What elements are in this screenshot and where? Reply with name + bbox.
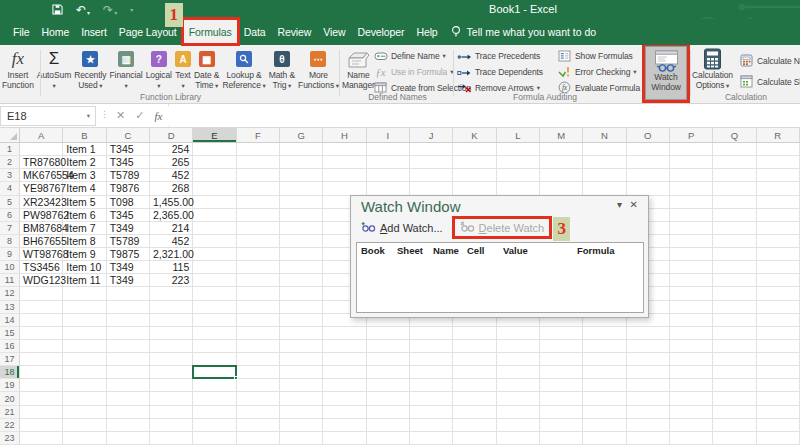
- row-header-17[interactable]: 17: [0, 353, 20, 366]
- column-header-A[interactable]: A: [20, 128, 63, 143]
- cell-D11[interactable]: 223: [153, 274, 189, 287]
- cell-A5[interactable]: XR23423: [23, 196, 67, 209]
- column-header-I[interactable]: I: [367, 128, 410, 143]
- save-icon[interactable]: [52, 4, 63, 15]
- cell-D2[interactable]: 265: [153, 156, 189, 169]
- column-header-L[interactable]: L: [497, 128, 540, 143]
- cell-B3[interactable]: Item 3: [66, 169, 95, 182]
- row-header-3[interactable]: 3: [0, 169, 20, 182]
- column-header-J[interactable]: J: [410, 128, 453, 143]
- autosum-button[interactable]: ΣAutoSum ▾: [37, 45, 71, 90]
- error-checking-button[interactable]: Error Checking▾: [557, 64, 640, 79]
- trace-precedents-button[interactable]: Trace Precedents: [457, 48, 543, 63]
- cell-D3[interactable]: 452: [153, 169, 189, 182]
- tab-data[interactable]: Data: [238, 19, 272, 45]
- recently-used-button[interactable]: ★RecentlyUsed ▾: [74, 45, 106, 90]
- column-header-C[interactable]: C: [107, 128, 150, 143]
- calculation-options-button[interactable]: CalculationOptions ▾: [692, 45, 733, 90]
- row-header-9[interactable]: 9: [0, 248, 20, 261]
- cell-B2[interactable]: Item 2: [66, 156, 95, 169]
- cell-D10[interactable]: 115: [153, 261, 189, 274]
- cancel-icon[interactable]: ✕: [116, 109, 125, 122]
- math-trig-button[interactable]: θMath &Trig ▾: [269, 45, 295, 90]
- column-header-F[interactable]: F: [237, 128, 280, 143]
- redo-icon[interactable]: ↷▾: [103, 4, 117, 16]
- calculate-sheet-button[interactable]: Calculate Sheet: [739, 74, 800, 89]
- undo-icon[interactable]: ↶▾: [76, 4, 90, 16]
- cell-C2[interactable]: T345: [110, 156, 134, 169]
- row-header-22[interactable]: 22: [0, 419, 20, 432]
- name-box-caret-icon[interactable]: ▾: [87, 112, 90, 120]
- selected-cell[interactable]: [192, 365, 236, 379]
- row-header-19[interactable]: 19: [0, 379, 20, 392]
- row-header-4[interactable]: 4: [0, 182, 20, 195]
- cell-A6[interactable]: PW98762: [23, 209, 69, 222]
- cell-C11[interactable]: T349: [110, 274, 134, 287]
- row-header-2[interactable]: 2: [0, 156, 20, 169]
- row-header-23[interactable]: 23: [0, 432, 20, 445]
- insert-function-icon[interactable]: fx: [154, 110, 162, 122]
- row-header-5[interactable]: 5: [0, 196, 20, 209]
- name-box[interactable]: E18 ▾: [0, 106, 96, 126]
- tab-formulas[interactable]: Formulas1: [183, 19, 238, 45]
- column-header-R[interactable]: R: [757, 128, 800, 143]
- cell-B9[interactable]: Item 9: [66, 248, 95, 261]
- cell-B6[interactable]: Item 6: [66, 209, 95, 222]
- lookup-reference-button[interactable]: Lookup &Reference ▾: [222, 45, 265, 90]
- fill-handle[interactable]: [234, 376, 238, 380]
- cell-D6[interactable]: 2,365.00: [153, 209, 189, 222]
- row-header-20[interactable]: 20: [0, 392, 20, 405]
- row-header-11[interactable]: 11: [0, 274, 20, 287]
- cell-C9[interactable]: T9875: [110, 248, 140, 261]
- cell-B11[interactable]: Item 11: [66, 274, 100, 287]
- cell-B10[interactable]: Item 10: [66, 261, 101, 274]
- row-header-6[interactable]: 6: [0, 209, 20, 222]
- cell-C4[interactable]: T9876: [110, 182, 140, 195]
- column-header-H[interactable]: H: [323, 128, 366, 143]
- more-functions-button[interactable]: ⋯MoreFunctions ▾: [298, 45, 339, 90]
- cell-C5[interactable]: T098: [110, 196, 134, 209]
- cell-C6[interactable]: T345: [110, 209, 134, 222]
- text-button[interactable]: AText ▾: [175, 45, 191, 90]
- tab-review[interactable]: Review: [271, 19, 317, 45]
- cell-D5[interactable]: 1,455.00: [153, 196, 189, 209]
- financial-button[interactable]: ▥Financial ▾: [110, 45, 143, 90]
- column-header-B[interactable]: B: [63, 128, 106, 143]
- cell-C10[interactable]: T349: [110, 261, 134, 274]
- logical-button[interactable]: ?Logical ▾: [146, 45, 172, 90]
- row-header-12[interactable]: 12: [0, 287, 20, 300]
- cell-D4[interactable]: 268: [153, 182, 189, 195]
- tab-home[interactable]: Home: [36, 19, 76, 45]
- row-header-15[interactable]: 15: [0, 327, 20, 340]
- insert-function-button[interactable]: fxInsertFunction: [2, 45, 34, 90]
- name-manager-button[interactable]: NameManager: [342, 45, 375, 90]
- cell-A7[interactable]: BM87684: [23, 222, 68, 235]
- tell-me-box[interactable]: Tell me what you want to do: [450, 19, 597, 45]
- cell-B1[interactable]: Item 1: [66, 143, 95, 156]
- cell-A10[interactable]: TS3456: [23, 261, 60, 274]
- tab-file[interactable]: File: [7, 19, 36, 45]
- enter-icon[interactable]: ✓: [135, 109, 144, 122]
- row-header-13[interactable]: 13: [0, 301, 20, 314]
- tab-page-layout[interactable]: Page Layout: [113, 19, 183, 45]
- cell-A11[interactable]: WDG123: [23, 274, 66, 287]
- watch-list[interactable]: BookSheetNameCellValueFormula: [356, 242, 644, 313]
- add-watch-button[interactable]: Add Watch...: [357, 220, 447, 236]
- formula-input[interactable]: [167, 106, 798, 126]
- cell-D8[interactable]: 452: [153, 235, 189, 248]
- cell-B5[interactable]: Item 5: [66, 196, 95, 209]
- column-header-M[interactable]: M: [540, 128, 583, 143]
- cell-A2[interactable]: TR87680: [23, 156, 66, 169]
- cell-C1[interactable]: T345: [110, 143, 134, 156]
- select-all-corner[interactable]: [0, 128, 20, 143]
- cell-D9[interactable]: 2,321.00: [153, 248, 189, 261]
- customize-qat-icon[interactable]: ▾: [130, 6, 133, 13]
- row-header-8[interactable]: 8: [0, 235, 20, 248]
- cell-C7[interactable]: T349: [110, 222, 134, 235]
- row-header-16[interactable]: 16: [0, 340, 20, 353]
- delete-watch-button[interactable]: Delete Watch 3: [456, 220, 549, 236]
- column-header-O[interactable]: O: [627, 128, 670, 143]
- column-header-P[interactable]: P: [670, 128, 713, 143]
- cell-B4[interactable]: Item 4: [66, 182, 95, 195]
- column-header-D[interactable]: D: [150, 128, 193, 143]
